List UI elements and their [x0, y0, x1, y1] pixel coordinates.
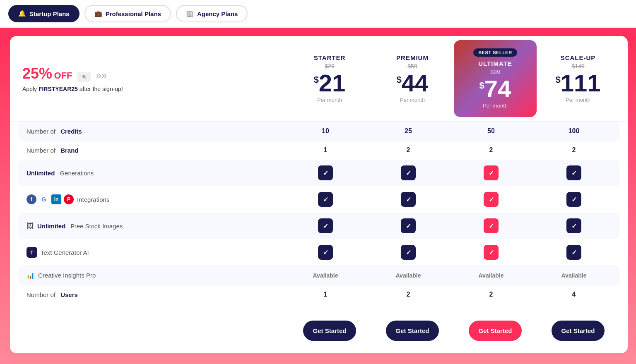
check-icon: ✓ — [318, 192, 333, 207]
images-ultimate: ✓ — [450, 218, 532, 233]
feature-row-users: Number of Users 1 2 2 4 — [18, 285, 619, 304]
container: 25% OFF »» Apply FIRSTYEAR25 after the s… — [0, 28, 636, 364]
startup-icon: 🔔 — [18, 10, 26, 17]
integrations-ultimate: ✓ — [450, 192, 532, 207]
arrows: »» — [96, 69, 107, 81]
textgen-scaleup: ✓ — [532, 245, 615, 260]
facebook-icon: f — [26, 194, 36, 204]
ultimate-name: ULTIMATE — [458, 60, 532, 67]
insights-ultimate: Available — [450, 272, 532, 279]
get-started-scaleup[interactable]: Get Started — [552, 321, 605, 341]
plan-ultimate: BEST SELLER ULTIMATE $99 $ 74 Per month — [454, 40, 537, 117]
feature-row-generations: Unlimited Generations ✓ ✓ ✓ ✓ — [18, 160, 619, 186]
premium-amount: 44 — [402, 71, 429, 95]
textgen-premium: ✓ — [367, 245, 450, 260]
brand-ultimate: 2 — [450, 146, 532, 154]
scaleup-name: SCALE-UP — [541, 54, 615, 61]
check-icon: ✓ — [401, 245, 416, 260]
best-seller-badge: BEST SELLER — [473, 48, 517, 57]
check-icon: ✓ — [566, 165, 581, 180]
brand-scaleup: 2 — [532, 146, 615, 154]
starter-name: STARTER — [292, 54, 367, 61]
scaleup-period: Per month — [541, 97, 615, 103]
feature-row-integrations: f G in P Integrations ✓ ✓ ✓ ✓ — [18, 186, 619, 213]
get-started-premium[interactable]: Get Started — [386, 321, 439, 341]
insights-icon: 📊 — [26, 271, 35, 279]
top-nav: 🔔 Startup Plans 💼 Professional Plans 🏢 A… — [0, 0, 636, 28]
brand-starter: 1 — [284, 146, 367, 154]
feature-row-insights: 📊 Creative Insights Pro Available Availa… — [18, 266, 619, 285]
main-content: 25% OFF »» Apply FIRSTYEAR25 after the s… — [10, 36, 628, 353]
check-icon: ✓ — [566, 192, 581, 207]
check-icon: ✓ — [318, 245, 333, 260]
generations-label: Unlimited Generations — [22, 170, 284, 177]
ultimate-period: Per month — [458, 103, 532, 109]
premium-name: PREMIUM — [375, 54, 450, 61]
generations-ultimate: ✓ — [450, 165, 532, 180]
text-gen-icon: T — [26, 247, 37, 258]
linkedin-icon: in — [51, 194, 61, 204]
google-icon: G — [39, 194, 49, 204]
integrations-starter: ✓ — [284, 192, 367, 207]
feature-row-brand: Number of Brand 1 2 2 2 — [18, 141, 619, 160]
credits-starter: 10 — [284, 127, 367, 135]
tab-professional[interactable]: 💼 Professional Plans — [84, 5, 171, 22]
agency-icon: 🏢 — [186, 10, 194, 17]
feature-row-textgen: T Text Generator AI ✓ ✓ ✓ ✓ — [18, 239, 619, 266]
generations-premium: ✓ — [367, 165, 450, 180]
check-icon: ✓ — [318, 218, 333, 233]
plan-starter: STARTER $29 $ 21 Per month — [288, 50, 371, 107]
features-table: Number of Credits 10 25 50 100 Number of… — [10, 122, 628, 312]
promo-code: FIRSTYEAR25 — [39, 86, 78, 92]
tab-startup[interactable]: 🔔 Startup Plans — [8, 5, 80, 22]
users-label: Number of Users — [22, 291, 284, 298]
integrations-label: f G in P Integrations — [22, 194, 284, 204]
check-icon: ✓ — [401, 218, 416, 233]
starter-period: Per month — [292, 97, 367, 103]
ultimate-amount: 74 — [484, 77, 511, 101]
images-label: 🖼 Unlimited Free Stock Images — [22, 222, 284, 230]
tab-agency[interactable]: 🏢 Agency Plans — [176, 5, 248, 22]
credits-ultimate: 50 — [450, 127, 532, 135]
textgen-label: T Text Generator AI — [22, 247, 284, 258]
brand-label: Number of Brand — [22, 147, 284, 154]
promo-percent: 25% — [22, 65, 52, 82]
pinterest-icon: P — [64, 194, 74, 204]
brand-premium: 2 — [367, 146, 450, 154]
images-starter: ✓ — [284, 218, 367, 233]
check-icon: ✓ — [484, 218, 499, 233]
startup-label: Startup Plans — [29, 10, 70, 17]
cta-row: Get Started Get Started Get Started Get … — [10, 312, 628, 353]
scaleup-original: $149 — [541, 63, 615, 69]
credits-label: Number of Credits — [22, 128, 284, 135]
credits-scaleup: 100 — [532, 127, 615, 135]
premium-original: $59 — [375, 63, 450, 69]
starter-amount: 21 — [319, 71, 346, 95]
check-icon: ✓ — [484, 165, 499, 180]
integrations-premium: ✓ — [367, 192, 450, 207]
get-started-ultimate[interactable]: Get Started — [469, 321, 522, 341]
promo-box: 25% OFF »» Apply FIRSTYEAR25 after the s… — [22, 65, 288, 92]
plan-premium: PREMIUM $59 $ 44 Per month — [371, 50, 454, 107]
textgen-ultimate: ✓ — [450, 245, 532, 260]
premium-currency: $ — [397, 74, 402, 85]
check-icon: ✓ — [401, 192, 416, 207]
users-scaleup: 4 — [532, 291, 615, 298]
scaleup-currency: $ — [555, 74, 560, 85]
scaleup-amount: 111 — [561, 71, 601, 95]
promo-tag-icon — [77, 72, 91, 82]
users-premium: 2 — [367, 291, 450, 298]
check-icon: ✓ — [566, 245, 581, 260]
generations-starter: ✓ — [284, 165, 367, 180]
promo-apply-text: Apply FIRSTYEAR25 after the sign-up! — [22, 86, 280, 92]
starter-original: $29 — [292, 63, 367, 69]
get-started-starter[interactable]: Get Started — [303, 321, 357, 341]
insights-scaleup: Available — [532, 272, 615, 279]
social-icons: f G in P — [26, 194, 74, 204]
users-starter: 1 — [284, 291, 367, 298]
feature-row-credits: Number of Credits 10 25 50 100 — [18, 122, 619, 141]
plan-scaleup: SCALE-UP $149 $ 111 Per month — [537, 50, 619, 107]
images-scaleup: ✓ — [532, 218, 615, 233]
image-icon: 🖼 — [26, 222, 34, 230]
insights-premium: Available — [367, 272, 450, 279]
